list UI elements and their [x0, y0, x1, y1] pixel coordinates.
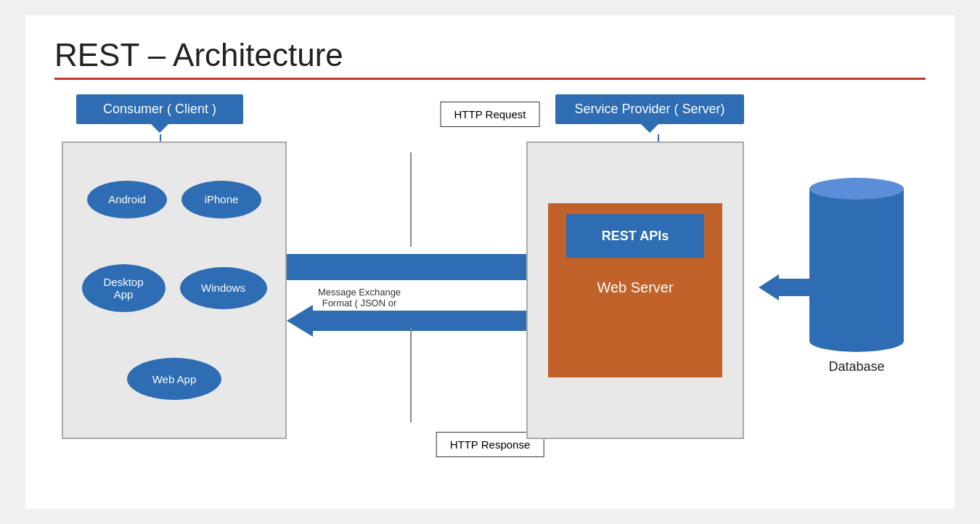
database-container: Database	[809, 178, 904, 374]
webapp-oval: Web App	[127, 358, 221, 400]
slide: REST – Architecture Consumer ( Client ) …	[25, 15, 955, 509]
bidir-head-left	[759, 274, 779, 300]
diagram: Consumer ( Client ) Service Provider ( S…	[54, 94, 926, 472]
database-cylinder	[809, 178, 904, 352]
callout-client: Consumer ( Client )	[76, 94, 243, 124]
callout-server: Service Provider ( Server)	[555, 94, 744, 124]
title-underline	[54, 78, 926, 80]
line-bottom	[410, 328, 412, 422]
database-label: Database	[828, 359, 884, 374]
client-box: Android iPhone Desktop App Windows Web A…	[62, 142, 287, 439]
client-row-3: Web App	[127, 358, 221, 400]
android-oval: Android	[87, 181, 167, 218]
arrow-body-left	[313, 311, 552, 331]
request-arrow	[287, 247, 559, 287]
db-body	[809, 189, 904, 334]
windows-oval: Windows	[180, 267, 267, 309]
client-row-1: Android iPhone	[87, 181, 261, 218]
line-top	[410, 152, 412, 247]
iphone-oval: iPhone	[181, 181, 261, 218]
desktop-oval: Desktop App	[82, 264, 166, 312]
db-bottom	[809, 330, 904, 352]
arrow-body-right	[287, 254, 526, 280]
rest-apis-box: REST APIs	[566, 214, 704, 258]
response-arrow	[287, 305, 552, 337]
web-server-container: REST APIs Web Server	[548, 203, 722, 377]
web-server-label: Web Server	[597, 279, 673, 296]
client-row-2: Desktop App Windows	[82, 264, 267, 312]
server-box: REST APIs Web Server	[526, 142, 744, 439]
http-request-box: HTTP Request	[441, 102, 540, 127]
page-title: REST – Architecture	[54, 37, 926, 73]
arrow-head-left	[287, 305, 313, 337]
db-top	[809, 178, 904, 200]
